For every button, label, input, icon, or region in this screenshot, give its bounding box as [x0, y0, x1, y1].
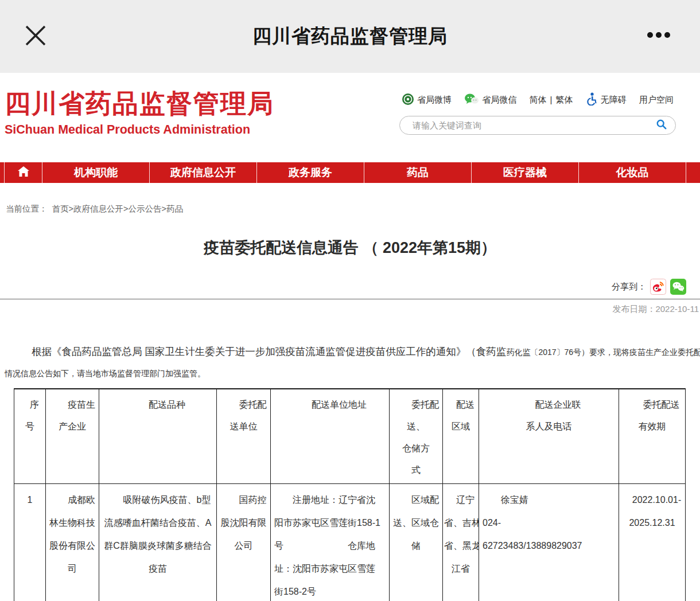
header-validity: 委托配送 有效期: [619, 389, 686, 484]
paragraph-line2: 情况信息公告如下，请当地市场监督管理部门加强监管。: [5, 369, 695, 379]
cell-manufacturer: 成都欧 林生物科技 股份有限公 司: [46, 484, 99, 601]
paragraph-line1: 根据《食品药品监管总局 国家卫生计生委关于进一步加强疫苗流通监管促进疫苗供应工作…: [5, 345, 695, 358]
wechat-browser-bar: 四川省药品监督管理局: [0, 0, 700, 73]
weibo-icon: [402, 93, 414, 107]
cell-contact: 徐宝婧 024- 62723483/13889829037: [479, 484, 619, 601]
logo-chinese: 四川省药品监督管理局: [5, 87, 274, 121]
search-icon[interactable]: [656, 119, 667, 132]
share-weibo-icon[interactable]: [650, 279, 666, 295]
cell-delivery-address: 注册地址：辽宁省沈 阳市苏家屯区雪莲街158-1 号 仓库地 址：沈阳市苏家屯区…: [271, 484, 390, 601]
header-delivery-address: 配送单位地址: [271, 389, 390, 484]
weibo-link[interactable]: 省局微博: [402, 93, 452, 107]
accessibility-link[interactable]: 无障碍: [586, 92, 627, 107]
breadcrumb-label: 当前位置：: [6, 204, 48, 214]
cell-validity: 2022.10.01- 2025.12.31: [619, 484, 686, 601]
table-header-row: 序 号 疫苗生 产企业 配送品种 委托配 送单位 配送单位地址 委托配 送、 仓…: [14, 389, 686, 484]
share-label: 分享到：: [612, 282, 646, 292]
breadcrumb: 当前位置： 首页>政府信息公开>公示公告>药品: [0, 183, 700, 214]
share-wechat-icon[interactable]: [670, 279, 686, 295]
header-contact: 配送企业联 系人及电话: [479, 389, 619, 484]
wechat-link[interactable]: 省局微信: [464, 93, 516, 107]
nav-item-zhengfu[interactable]: 政府信息公开: [150, 162, 257, 183]
nav-item-huazhuangpin[interactable]: 化妆品: [579, 162, 686, 183]
share-row: 分享到：: [0, 279, 686, 295]
close-icon[interactable]: [22, 22, 49, 49]
nav-edge: [0, 162, 5, 183]
vaccine-delivery-table: 序 号 疫苗生 产企业 配送品种 委托配 送单位 配送单位地址 委托配 送、 仓…: [14, 388, 686, 601]
cell-delivery-company: 国药控 股沈阳有限 公司: [217, 484, 271, 601]
page-title-bar: 四川省药品监督管理局: [0, 24, 700, 49]
lang-traditional[interactable]: 繁体: [555, 95, 573, 106]
lang-simplified[interactable]: 简体: [530, 95, 547, 106]
publish-date: 发布日期：2022-10-11: [0, 299, 700, 315]
site-header: 四川省药品监督管理局 SiChuan Medical Products Admi…: [0, 73, 700, 162]
cell-delivery-mode: 区域配 送、区域仓 储: [390, 484, 443, 601]
header-delivery-region: 配送 区域: [443, 389, 479, 484]
cell-delivery-region: 辽宁 省、吉林 省、黑龙 江省: [443, 484, 479, 601]
nav-filler: [686, 162, 700, 183]
nav-item-zhengwu[interactable]: 政务服务: [257, 162, 364, 183]
home-icon: [17, 166, 30, 179]
more-menu-icon[interactable]: [647, 32, 670, 38]
nav-item-yaopin[interactable]: 药品: [364, 162, 472, 183]
header-vaccine-type: 配送品种: [99, 389, 217, 484]
logo-english: SiChuan Medical Products Administration: [5, 123, 274, 137]
cell-vaccine-type: 吸附破伤风疫苗、b型 流感嗜血杆菌结合疫苗、A 群C群脑膜炎球菌多糖结合 疫苗: [99, 484, 217, 601]
header-manufacturer: 疫苗生 产企业: [46, 389, 99, 484]
site-logo[interactable]: 四川省药品监督管理局 SiChuan Medical Products Admi…: [5, 87, 274, 137]
wechat-icon: [464, 93, 479, 107]
language-switch: 简体 | 繁体: [530, 95, 573, 106]
accessibility-icon: [586, 92, 598, 107]
quick-links: 省局微博 省局微信 简体 |: [399, 92, 676, 107]
nav-home[interactable]: [5, 162, 42, 183]
header-right: 省局微博 省局微信 简体 |: [399, 92, 676, 135]
header-serial: 序 号: [14, 389, 46, 484]
article-body: 根据《食品药品监管总局 国家卫生计生委关于进一步加强疫苗流通监管促进疫苗供应工作…: [5, 345, 695, 379]
nav-item-yiliao[interactable]: 医疗器械: [472, 162, 579, 183]
search-input[interactable]: [413, 120, 656, 130]
user-space-link[interactable]: 用户空间: [639, 95, 674, 106]
header-delivery-company: 委托配 送单位: [217, 389, 271, 484]
article-title: 疫苗委托配送信息通告 （ 2022年第15期）: [0, 237, 700, 258]
header-delivery-mode: 委托配 送、 仓储方 式: [390, 389, 443, 484]
nav-item-jigou[interactable]: 机构职能: [42, 162, 150, 183]
search-box: [399, 116, 676, 135]
breadcrumb-path[interactable]: 首页>政府信息公开>公示公告>药品: [52, 204, 183, 214]
lang-divider: |: [550, 95, 553, 106]
cell-serial: 1: [14, 484, 46, 601]
main-nav: 机构职能 政府信息公开 政务服务 药品 医疗器械 化妆品: [0, 162, 700, 183]
table-row: 1 成都欧 林生物科技 股份有限公 司 吸附破伤风疫苗、b型 流感嗜血杆菌结合疫…: [14, 484, 686, 601]
